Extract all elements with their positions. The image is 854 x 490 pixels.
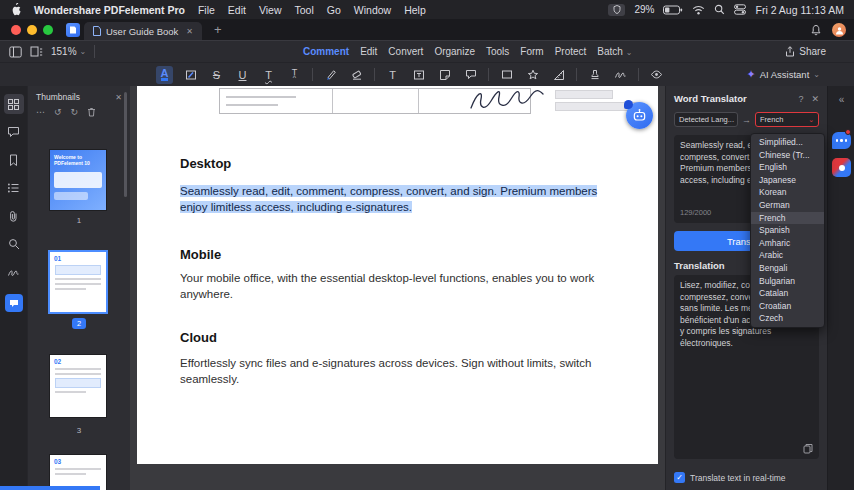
search-panel-icon[interactable] (4, 234, 24, 254)
signature-tool-button[interactable] (612, 66, 629, 84)
language-option[interactable]: Croatian (751, 300, 824, 313)
menu-view[interactable]: View (259, 4, 282, 16)
translator-help-icon[interactable]: ? (798, 94, 803, 104)
page-thumbnail-1[interactable]: Welcome to PDFelement 10 (50, 150, 106, 210)
thumbnails-panel-icon[interactable] (4, 94, 24, 114)
section-body-mobile[interactable]: Your mobile office, with the essential d… (180, 270, 612, 302)
menu-window[interactable]: Window (354, 4, 391, 16)
sticky-note-tool-button[interactable] (436, 66, 453, 84)
menu-bar-clock[interactable]: Fri 2 Aug 11:13 AM (755, 4, 844, 16)
copy-translation-icon[interactable] (803, 443, 813, 454)
language-option[interactable]: Bengali (751, 262, 824, 275)
sidebar-toggle-icon[interactable] (9, 46, 22, 58)
menu-file[interactable]: File (198, 4, 215, 16)
window-close-button[interactable] (11, 25, 21, 35)
page-thumbnail-2[interactable]: 01 (50, 252, 106, 312)
language-option[interactable]: Czech (751, 312, 824, 325)
language-option[interactable]: Chinese (Tr... (751, 149, 824, 162)
tab-close-icon[interactable]: ✕ (186, 27, 193, 36)
ai-chat-panel-icon[interactable] (5, 294, 23, 312)
underline-tool-button[interactable]: U (234, 66, 251, 84)
language-option[interactable]: Catalan (751, 287, 824, 300)
outline-panel-icon[interactable] (4, 178, 24, 198)
area-highlight-tool-button[interactable] (182, 66, 199, 84)
ai-assistant-button[interactable]: ✦ AI Assistant ⌄ (746, 68, 820, 81)
rotate-right-icon[interactable]: ↻ (71, 107, 79, 117)
shape-tool-button[interactable] (498, 66, 515, 84)
language-option-selected[interactable]: French (751, 212, 824, 225)
page-thumbnail-3[interactable]: 02 (50, 355, 106, 417)
language-option[interactable]: Simplified... (751, 136, 824, 149)
language-option[interactable]: Bulgarian (751, 275, 824, 288)
thumbnails-more-icon[interactable]: ⋯ (36, 107, 45, 117)
section-body-cloud[interactable]: Effortlessly sync files and e-signatures… (180, 355, 612, 387)
bookmarks-panel-icon[interactable] (4, 150, 24, 170)
language-option[interactable]: Arabic (751, 249, 824, 262)
source-language-select[interactable]: Detected Lang... ⌄ (674, 112, 738, 127)
delete-page-icon[interactable] (87, 107, 96, 117)
notifications-bell-icon[interactable] (810, 24, 822, 37)
tab-tools[interactable]: Tools (486, 46, 509, 57)
control-center-icon[interactable] (734, 4, 746, 15)
tab-convert[interactable]: Convert (388, 46, 423, 57)
thumbnails-scrollbar[interactable] (124, 92, 127, 197)
callout-tool-button[interactable] (462, 66, 479, 84)
zoom-level-control[interactable]: 151% ⌄ (51, 46, 86, 57)
page-view-icon[interactable] (30, 46, 43, 58)
menu-tool[interactable]: Tool (295, 4, 314, 16)
language-option[interactable]: German (751, 199, 824, 212)
promo-widget-icon[interactable] (832, 158, 851, 177)
show-annotations-tool-button[interactable] (648, 66, 665, 84)
star-tool-button[interactable] (524, 66, 541, 84)
tab-comment[interactable]: Comment (303, 46, 349, 57)
menu-help[interactable]: Help (404, 4, 426, 16)
section-body-desktop[interactable]: Seamlessly read, edit, comment, compress… (180, 183, 612, 215)
app-name-menu[interactable]: Wondershare PDFelement Pro (34, 4, 185, 16)
battery-icon[interactable] (663, 5, 683, 15)
tab-form[interactable]: Form (520, 46, 543, 57)
new-tab-button[interactable]: + (214, 22, 222, 37)
pen-tool-button[interactable] (322, 66, 339, 84)
apple-menu[interactable] (10, 3, 21, 16)
window-zoom-button[interactable] (43, 25, 53, 35)
share-button[interactable]: Share (785, 46, 826, 57)
pdf-page[interactable]: Desktop Seamlessly read, edit, comment, … (137, 86, 658, 464)
rotate-left-icon[interactable]: ↺ (54, 107, 62, 117)
strikethrough-tool-button[interactable]: S (208, 66, 225, 84)
eraser-tool-button[interactable] (348, 66, 365, 84)
highlight-tool-button[interactable]: A (156, 66, 173, 84)
comments-panel-icon[interactable] (4, 122, 24, 142)
text-box-tool-button[interactable] (410, 66, 427, 84)
realtime-translate-option[interactable]: ✓ Translate text in real-time (674, 472, 786, 483)
selected-text[interactable]: Seamlessly read, edit, comment, compress… (180, 185, 597, 213)
language-option[interactable]: English (751, 161, 824, 174)
language-option[interactable]: Spanish (751, 224, 824, 237)
spotlight-search-icon[interactable] (714, 4, 725, 15)
collapse-panel-icon[interactable]: « (828, 94, 854, 105)
language-option[interactable]: Japanese (751, 174, 824, 187)
ai-robot-floating-button[interactable] (626, 102, 653, 129)
window-minimize-button[interactable] (27, 25, 37, 35)
shield-icon[interactable] (608, 4, 625, 16)
tab-protect[interactable]: Protect (555, 46, 587, 57)
tab-edit[interactable]: Edit (360, 46, 377, 57)
thumbnails-close-icon[interactable]: ✕ (115, 93, 122, 102)
attachments-panel-icon[interactable] (4, 206, 24, 226)
document-view-area[interactable]: Desktop Seamlessly read, edit, comment, … (130, 86, 665, 490)
translator-close-icon[interactable]: ✕ (811, 94, 819, 104)
stamp-tool-button[interactable] (586, 66, 603, 84)
target-language-select[interactable]: French ⌄ (755, 112, 819, 127)
user-avatar[interactable] (832, 23, 846, 37)
tab-organize[interactable]: Organize (434, 46, 475, 57)
realtime-checkbox[interactable]: ✓ (674, 472, 685, 483)
page-thumbnail-4[interactable]: 03 (50, 455, 106, 490)
menu-edit[interactable]: Edit (228, 4, 246, 16)
insert-text-tool-button[interactable]: T^ (286, 66, 303, 84)
language-option[interactable]: Korean (751, 186, 824, 199)
measure-tool-button[interactable] (550, 66, 567, 84)
text-comment-tool-button[interactable]: T (384, 66, 401, 84)
squiggly-tool-button[interactable]: T (260, 66, 277, 84)
tab-batch[interactable]: Batch ⌄ (597, 46, 632, 57)
document-tab[interactable]: User Guide Book ✕ (84, 22, 202, 40)
language-option[interactable]: Amharic (751, 237, 824, 250)
